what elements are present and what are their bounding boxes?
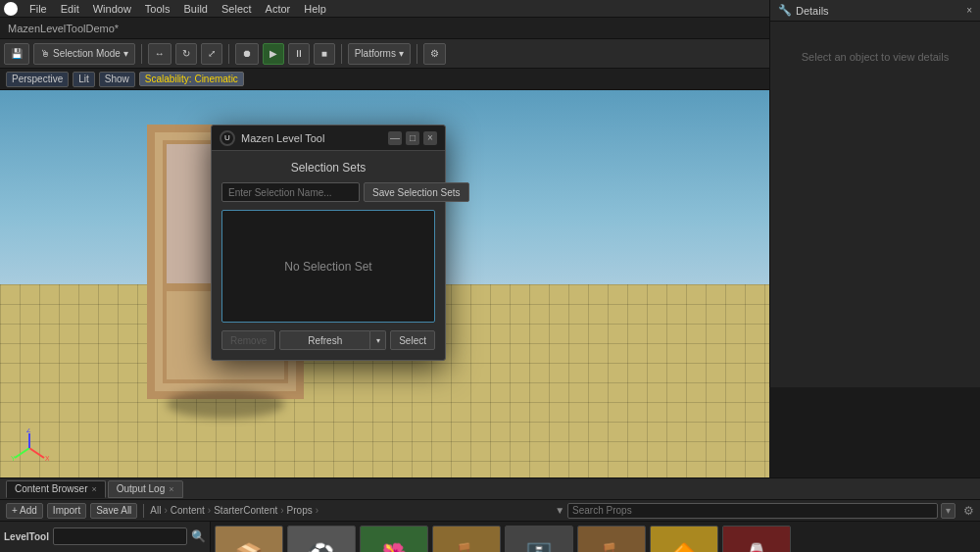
breadcrumb-sep-2: › — [208, 505, 211, 516]
bottom-area: Content Browser × Output Log × + Add Imp… — [0, 477, 980, 552]
details-close-btn[interactable]: × — [966, 5, 972, 16]
asset-item-4[interactable]: 🗄️ SM_Cabinet — [505, 526, 573, 552]
dialog-close-btn[interactable]: × — [423, 131, 437, 145]
toolbar-sep — [143, 504, 144, 518]
filter-btn[interactable]: ▼ — [555, 505, 564, 516]
search-area: ▼ ▾ — [555, 503, 956, 519]
tab-output-log[interactable]: Output Log × — [108, 480, 183, 498]
output-log-tab-label: Output Log — [117, 483, 165, 494]
scale-btn[interactable]: ⤢ — [201, 43, 222, 65]
no-selection-text: No Selection Set — [284, 260, 371, 274]
transform-btn[interactable]: ↔ — [148, 43, 172, 65]
asset-item-2[interactable]: 🌺 SM_Flower — [360, 526, 428, 552]
search-input[interactable] — [567, 503, 938, 519]
asset-item-1[interactable]: ⚽ SM_Ball — [287, 526, 356, 552]
selection-name-input[interactable] — [221, 182, 360, 202]
asset-grid: 📦 SM_Door ⚽ SM_Ball 🌺 SM_Flower 🪑 SM_Cha… — [211, 522, 980, 552]
import-btn[interactable]: Import — [47, 503, 86, 519]
dialog-input-row: Save Selection Sets — [221, 182, 435, 202]
toolbar-sep-4 — [416, 44, 417, 64]
show-btn[interactable]: Show — [99, 72, 135, 87]
asset-thumb-1: ⚽ — [288, 527, 355, 552]
asset-thumb-3: 🪑 — [433, 527, 500, 552]
search-icon[interactable]: 🔍 — [191, 529, 206, 543]
content-browser-tab-close[interactable]: × — [91, 484, 96, 494]
selection-mode-btn[interactable]: 🖱 Selection Mode ▾ — [33, 43, 135, 65]
dialog-titlebar: U Mazen Level Tool — □ × — [212, 125, 445, 151]
menu-build[interactable]: Build — [178, 2, 214, 16]
modal-overlay: U Mazen Level Tool — □ × Selection Sets … — [0, 90, 769, 477]
asset-thumb-0: 📦 — [216, 527, 282, 552]
menu-select[interactable]: Select — [216, 2, 258, 16]
content-browser-tab-label: Content Browser — [15, 483, 87, 494]
details-content: Select an object to view details — [770, 22, 980, 92]
details-header: 🔧 Details × — [770, 0, 980, 22]
dialog-logo: U — [220, 130, 235, 146]
details-icon: 🔧 — [778, 4, 792, 17]
dialog-section-title: Selection Sets — [221, 161, 435, 175]
bottom-content: LevelTool 🔍 ▼ All ▼ Content 📁 MazenLevel… — [0, 522, 980, 552]
tree-section-label: LevelTool — [4, 531, 49, 542]
tab-content-browser[interactable]: Content Browser × — [6, 480, 106, 498]
details-title: Details — [796, 5, 829, 17]
project-name: MazenLevelToolDemo* — [8, 23, 119, 34]
breadcrumb-sep-3: › — [280, 505, 283, 516]
menu-edit[interactable]: Edit — [55, 2, 85, 16]
dialog-window-controls: — □ × — [388, 131, 437, 145]
dialog-footer: Remove Refresh ▾ Select — [221, 330, 435, 350]
main-area: Perspective Lit Show Scalability: Cinema… — [0, 69, 980, 477]
content-browser-toolbar: + Add Import Save All All › Content › St… — [0, 500, 980, 522]
tree-search-input[interactable] — [53, 527, 187, 545]
details-empty-text: Select an object to view details — [802, 51, 949, 63]
asset-item-5[interactable]: 🪑 SM_Bench — [577, 526, 646, 552]
dialog-body: Selection Sets Save Selection Sets No Se… — [212, 151, 445, 360]
breadcrumb-content[interactable]: Content — [171, 505, 205, 516]
asset-thumb-6: 🔶 — [651, 527, 717, 552]
breadcrumb-props[interactable]: Props — [287, 505, 313, 516]
stop-btn[interactable]: ■ — [314, 43, 335, 65]
asset-item-6[interactable]: 🔶 SM_Couch — [650, 526, 718, 552]
selection-mode-label: Selection Mode ▾ — [53, 48, 128, 59]
view-perspective-btn[interactable]: Perspective — [6, 72, 69, 87]
asset-item-7[interactable]: 🍷 SM_Wine — [722, 526, 791, 552]
search-options-btn[interactable]: ▾ — [941, 503, 956, 519]
add-btn[interactable]: + Add — [6, 503, 43, 519]
refresh-group: Refresh ▾ — [279, 330, 386, 350]
remove-btn[interactable]: Remove — [221, 330, 275, 350]
breadcrumb-starter-content[interactable]: StarterContent — [214, 505, 277, 516]
rotate-btn[interactable]: ↻ — [175, 43, 197, 65]
play-btn[interactable]: ▶ — [263, 43, 284, 65]
pause-btn[interactable]: ⏸ — [288, 43, 310, 65]
menu-window[interactable]: Window — [87, 2, 137, 16]
breadcrumb-sep-1: › — [164, 505, 167, 516]
save-selection-btn[interactable]: Save Selection Sets — [364, 182, 469, 202]
menu-tools[interactable]: Tools — [139, 2, 176, 16]
bottom-tabs: Content Browser × Output Log × — [0, 478, 980, 500]
menu-file[interactable]: File — [24, 2, 53, 16]
refresh-btn[interactable]: Refresh — [279, 330, 370, 350]
menu-help[interactable]: Help — [298, 2, 332, 16]
selection-list-area[interactable]: No Selection Set — [221, 210, 435, 323]
asset-thumb-2: 🌺 — [361, 527, 427, 552]
platforms-btn[interactable]: Platforms ▾ — [348, 43, 411, 65]
dialog-restore-btn[interactable]: □ — [406, 131, 419, 145]
refresh-dropdown-btn[interactable]: ▾ — [370, 330, 386, 350]
viewport[interactable]: X Y Z U Mazen Level Tool — □ × — [0, 90, 769, 477]
select-btn[interactable]: Select — [390, 330, 435, 350]
save-all-btn[interactable]: Save All — [90, 503, 137, 519]
details-panel: 🔧 Details × Select an object to view det… — [769, 0, 980, 387]
save-btn[interactable]: 💾 — [4, 43, 29, 65]
media-record[interactable]: ⏺ — [235, 43, 259, 65]
asset-item-0[interactable]: 📦 SM_Door — [215, 526, 283, 552]
dialog-minimize-btn[interactable]: — — [388, 131, 402, 145]
settings-icon-btn[interactable]: ⚙ — [423, 43, 446, 65]
toolbar-sep-1 — [141, 44, 142, 64]
settings-gear-icon[interactable]: ⚙ — [963, 504, 974, 518]
menu-actor[interactable]: Actor — [260, 2, 297, 16]
breadcrumb-all[interactable]: All — [150, 505, 161, 516]
lit-btn[interactable]: Lit — [73, 72, 95, 87]
breadcrumb: All › Content › StarterContent › Props › — [150, 505, 551, 516]
output-log-tab-close[interactable]: × — [169, 484, 173, 494]
asset-thumb-4: 🗄️ — [506, 527, 572, 552]
asset-item-3[interactable]: 🪑 SM_Chair — [432, 526, 501, 552]
